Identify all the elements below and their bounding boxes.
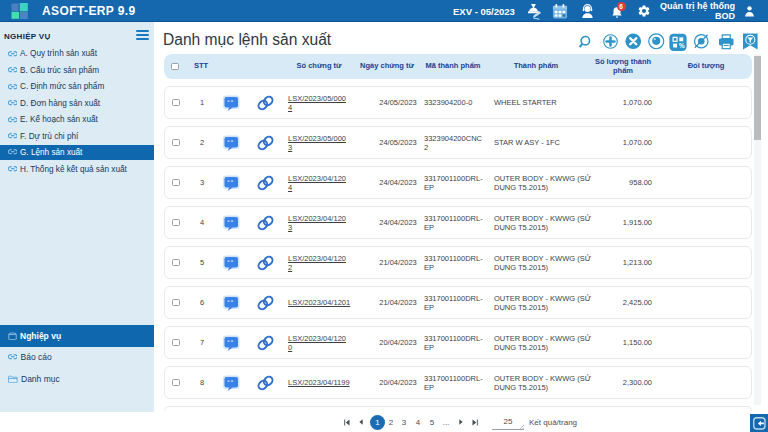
svg-text:%: % — [679, 41, 685, 48]
